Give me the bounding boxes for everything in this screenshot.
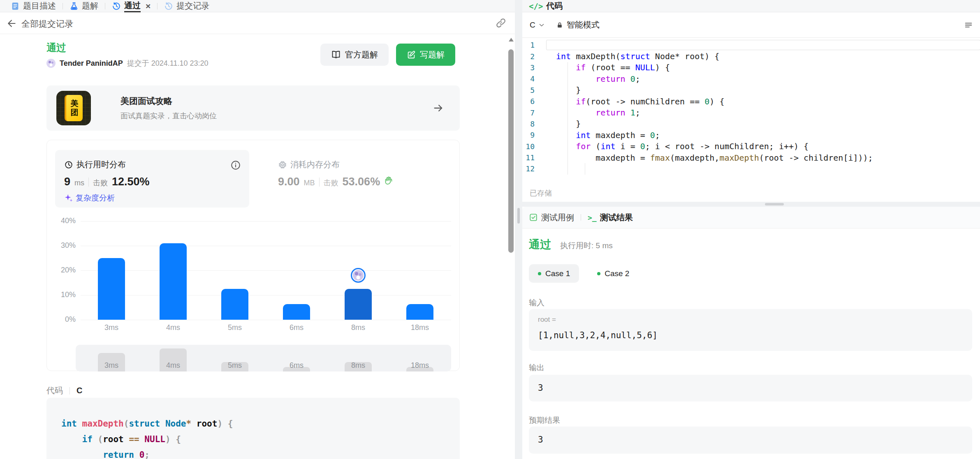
gridline (81, 221, 451, 221)
chart-bar-4ms[interactable] (160, 243, 187, 320)
editor-line[interactable]: 6 if(root -> numChildren == 0) { (522, 96, 980, 107)
tab-label: 题解 (82, 0, 98, 12)
line-number: 4 (522, 74, 543, 83)
line-number: 1 (522, 41, 543, 49)
meituan-logo: 美团 (56, 91, 91, 125)
chart-bar-8ms[interactable] (345, 289, 372, 320)
drag-handle[interactable] (517, 208, 520, 224)
write-solution-button[interactable]: 写题解 (396, 44, 455, 66)
lock-icon (556, 21, 563, 29)
code-text: } (556, 85, 581, 95)
editor-line[interactable]: 5 } (522, 85, 980, 96)
output-value: 3 (538, 383, 543, 393)
panel-resize-gutter-horizontal[interactable] (522, 202, 980, 207)
tab-testcase[interactable]: 测试用例 (529, 212, 574, 223)
editor-line[interactable]: 2int maxDepth(struct Node* root) { (522, 51, 980, 62)
gridline (81, 246, 451, 246)
indent-guide (568, 163, 568, 174)
official-solution-button[interactable]: 官方题解 (320, 44, 389, 66)
code-line: if (root == NULL) { (61, 431, 445, 447)
case-status-dot (538, 272, 541, 275)
back-arrow-icon[interactable] (7, 18, 17, 29)
chart-bar-18ms[interactable] (406, 304, 433, 320)
language-selector[interactable]: C (530, 21, 545, 30)
code-text: if(root -> numChildren == 0) { (556, 97, 724, 106)
smart-mode-toggle[interactable]: 智能模式 (556, 19, 600, 30)
username[interactable]: Tender PaninidAP (60, 59, 123, 68)
x-axis-label: 6ms (266, 323, 327, 332)
link-icon[interactable] (495, 17, 507, 29)
editor-menu-icon[interactable] (964, 21, 973, 30)
editor-line[interactable]: 1 (522, 39, 980, 51)
user-position-avatar-marker[interactable] (351, 268, 366, 283)
banner-subtitle: 面试真题实录，直击心动岗位 (120, 111, 217, 121)
editor-line[interactable]: 12 (522, 163, 980, 174)
indent-guide (585, 163, 585, 174)
editor-line[interactable]: 10 for (int i = 0; i < root -> numChildr… (522, 141, 980, 152)
x-axis-label: 18ms (389, 323, 451, 332)
submitted-code-block[interactable]: int maxDepth(struct Node* root) { if (ro… (46, 398, 460, 459)
chart-bar-5ms[interactable] (221, 289, 248, 320)
editor-line[interactable]: 11 maxdepth = fmax(maxdepth,maxDepth(roo… (522, 152, 980, 163)
tab-test-result[interactable]: >_ 测试结果 (588, 212, 633, 223)
test-tabs: 测试用例 >_ 测试结果 (522, 207, 980, 228)
code-text: } (556, 119, 581, 129)
x-axis-label: 5ms (204, 323, 266, 332)
scrollbar-thumb[interactable] (508, 49, 514, 253)
editor-line[interactable]: 7 return 1; (522, 107, 980, 118)
code-text: for (int i = 0; i < root -> numChildren;… (556, 141, 809, 151)
drag-handle[interactable] (765, 203, 784, 205)
performance-card: 执行用时分布 9 ms 击败 12.50% 复杂度分析 (46, 140, 460, 371)
line-number: 5 (522, 86, 543, 95)
editor-line[interactable]: 4 return 0; (522, 73, 980, 84)
left-scrollbar[interactable] (508, 37, 514, 456)
output-box[interactable]: 3 (529, 375, 972, 401)
test-runtime: 执行用时: 5 ms (560, 240, 613, 251)
tab-problem-description[interactable]: 题目描述 (4, 0, 63, 12)
tab-label: 提交记录 (176, 0, 209, 12)
brush-label: 4ms (142, 361, 204, 370)
input-param-name: root = (538, 316, 556, 324)
code-label: 代码 (46, 385, 63, 396)
editor-line[interactable]: 9 int maxdepth = 0; (522, 129, 980, 141)
gridline (81, 295, 451, 295)
tab-accepted[interactable]: 通过 × (105, 0, 157, 12)
case-2-pill[interactable]: Case 2 (588, 264, 638, 283)
avatar[interactable] (46, 59, 56, 68)
all-submissions-label[interactable]: 全部提交记录 (21, 18, 73, 30)
input-value: [1,null,3,2,4,null,5,6] (538, 330, 658, 340)
arrow-right-icon[interactable] (433, 102, 444, 114)
action-buttons: 官方题解 写题解 (320, 44, 455, 66)
expected-box[interactable]: 3 (529, 427, 972, 454)
pen-square-icon (407, 50, 416, 59)
case-1-pill[interactable]: Case 1 (529, 264, 579, 283)
code-editor[interactable]: 12int maxDepth(struct Node* root) {3 if … (522, 39, 980, 175)
panel-resize-gutter-vertical[interactable] (515, 0, 522, 459)
editor-line[interactable]: 8 } (522, 118, 980, 129)
history-icon (112, 2, 121, 11)
code-text: if (root == NULL) { (556, 62, 670, 72)
brush-label: 8ms (327, 361, 389, 370)
editor-line[interactable]: 3 if (root == NULL) { (522, 62, 980, 73)
chart-brush-slider[interactable]: 3ms4ms5ms6ms8ms18ms (76, 345, 451, 371)
write-solution-label: 写题解 (420, 49, 445, 60)
meituan-logo-text: 美团 (70, 99, 79, 117)
current-line-highlight (546, 40, 980, 50)
chevron-down-icon (538, 21, 545, 29)
chart-bar-3ms[interactable] (98, 258, 125, 320)
code-text: int maxdepth = 0; (556, 130, 660, 140)
close-icon[interactable]: × (146, 2, 151, 10)
scroll-up-arrow-icon[interactable] (509, 38, 514, 42)
input-box[interactable]: root = [1,null,3,2,4,null,5,6] (529, 309, 972, 351)
line-number: 8 (522, 120, 543, 128)
tab-solutions[interactable]: 题解 (63, 0, 105, 12)
editor-header: </> 代码 (522, 0, 980, 12)
line-number: 7 (522, 108, 543, 117)
expected-value: 3 (538, 435, 543, 445)
document-icon (11, 2, 20, 11)
chart-bar-6ms[interactable] (283, 304, 310, 320)
line-number: 9 (522, 131, 543, 139)
tab-submissions[interactable]: 提交记录 (158, 0, 216, 12)
gridline (81, 270, 451, 271)
meituan-promo-banner[interactable]: 美团 美团面试攻略 面试真题实录，直击心动岗位 (46, 85, 460, 131)
